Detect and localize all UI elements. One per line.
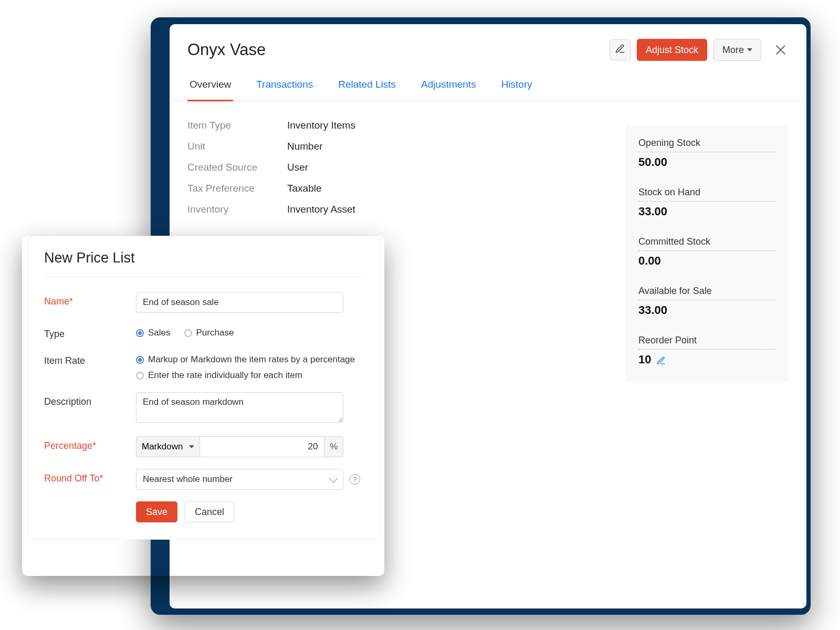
stock-panel: Opening Stock 50.00 Stock on Hand 33.00 …	[626, 125, 789, 382]
edit-button[interactable]	[610, 39, 631, 60]
cancel-button[interactable]: Cancel	[185, 501, 234, 522]
form-row-round: Round Off To* Nearest whole number ?	[44, 469, 363, 490]
form-row-name: Name*	[44, 292, 363, 313]
round-help-button[interactable]: ?	[350, 474, 360, 485]
stock-label: Available for Sale	[638, 286, 776, 300]
radio-icon	[136, 329, 144, 337]
new-price-list-modal: New Price List Name* Type Sales Purchase…	[28, 236, 380, 540]
radio-label: Enter the rate individually for each ite…	[148, 370, 302, 381]
description-input[interactable]	[136, 392, 343, 423]
stock-item-opening: Opening Stock 50.00	[638, 138, 776, 169]
stock-value: 10	[638, 353, 666, 366]
tab-transactions[interactable]: Transactions	[254, 69, 315, 101]
detail-label: Item Type	[187, 120, 287, 131]
stock-item-available: Available for Sale 33.00	[638, 286, 776, 317]
type-label: Type	[44, 324, 136, 340]
detail-value: Taxable	[287, 183, 322, 194]
detail-row: Unit Number	[187, 141, 594, 152]
name-label: Name*	[44, 292, 136, 307]
form-row-description: Description	[44, 392, 363, 425]
detail-row: Created Source User	[187, 162, 594, 173]
stock-value: 33.00	[638, 205, 667, 218]
detail-label: Tax Preference	[187, 183, 287, 194]
chevron-down-icon	[329, 474, 338, 483]
pencil-icon	[615, 44, 625, 57]
detail-value: Number	[287, 141, 323, 152]
stock-item-committed: Committed Stock 0.00	[638, 236, 776, 268]
percentage-suffix: %	[324, 436, 343, 457]
tab-overview[interactable]: Overview	[187, 69, 233, 101]
description-label: Description	[44, 392, 136, 407]
form-row-item-rate: Item Rate Markup or Markdown the item ra…	[44, 351, 363, 381]
header-actions: Adjust Stock More	[610, 39, 788, 61]
round-label: Round Off To*	[44, 469, 136, 484]
radio-label: Sales	[148, 328, 171, 338]
percentage-label: Percentage*	[44, 436, 136, 452]
stock-label: Stock on Hand	[638, 187, 776, 202]
stock-value: 33.00	[638, 303, 667, 317]
form-row-type: Type Sales Purchase	[44, 324, 363, 340]
radio-icon	[136, 356, 144, 364]
close-button[interactable]	[774, 43, 788, 57]
tabs: Overview Transactions Related Lists Adju…	[170, 69, 806, 101]
item-rate-label: Item Rate	[44, 351, 136, 366]
radio-icon	[136, 372, 144, 380]
detail-value: Inventory Asset	[287, 204, 355, 215]
modal-actions: Save Cancel	[44, 501, 363, 522]
percentage-mode-select[interactable]: Markdown	[136, 436, 200, 457]
more-label: More	[722, 45, 744, 56]
stock-value: 0.00	[638, 254, 661, 268]
round-select[interactable]: Nearest whole number	[136, 469, 343, 490]
edit-reorder-button[interactable]	[656, 355, 666, 364]
tab-history[interactable]: History	[499, 69, 534, 101]
save-button[interactable]: Save	[136, 501, 177, 522]
tab-related-lists[interactable]: Related Lists	[336, 69, 398, 101]
stock-label: Reorder Point	[638, 335, 776, 350]
stock-item-onhand: Stock on Hand 33.00	[638, 187, 776, 218]
rate-radio-individual[interactable]: Enter the rate individually for each ite…	[136, 370, 302, 381]
percentage-input[interactable]	[200, 436, 324, 457]
percentage-mode-value: Markdown	[142, 442, 183, 452]
detail-value: Inventory Items	[287, 120, 355, 131]
reorder-value: 10	[638, 353, 651, 366]
type-radio-purchase[interactable]: Purchase	[184, 328, 234, 338]
radio-icon	[184, 329, 192, 337]
detail-value: User	[287, 162, 308, 173]
rate-radio-markup[interactable]: Markup or Markdown the item rates by a p…	[136, 354, 355, 365]
stock-value: 50.00	[638, 155, 667, 169]
detail-label: Inventory	[187, 204, 287, 215]
detail-label: Created Source	[187, 162, 287, 173]
round-value: Nearest whole number	[143, 474, 233, 485]
type-radio-sales[interactable]: Sales	[136, 328, 171, 338]
stock-item-reorder: Reorder Point 10	[638, 335, 776, 366]
form-row-percentage: Percentage* Markdown %	[44, 436, 363, 457]
item-title: Onyx Vase	[187, 40, 610, 59]
radio-label: Purchase	[196, 328, 234, 338]
modal-title: New Price List	[44, 250, 363, 277]
detail-row: Inventory Inventory Asset	[187, 204, 594, 215]
adjust-stock-button[interactable]: Adjust Stock	[637, 39, 707, 61]
detail-row: Tax Preference Taxable	[187, 183, 594, 194]
caret-down-icon	[747, 48, 752, 51]
name-input[interactable]	[136, 292, 343, 313]
stock-label: Committed Stock	[638, 236, 776, 251]
tab-adjustments[interactable]: Adjustments	[419, 69, 478, 101]
stock-label: Opening Stock	[638, 138, 776, 152]
caret-down-icon	[189, 445, 194, 448]
detail-row: Item Type Inventory Items	[187, 120, 594, 131]
detail-label: Unit	[187, 141, 287, 152]
radio-label: Markup or Markdown the item rates by a p…	[148, 354, 355, 365]
more-button[interactable]: More	[713, 39, 761, 61]
item-header: Onyx Vase Adjust Stock More	[170, 24, 806, 69]
